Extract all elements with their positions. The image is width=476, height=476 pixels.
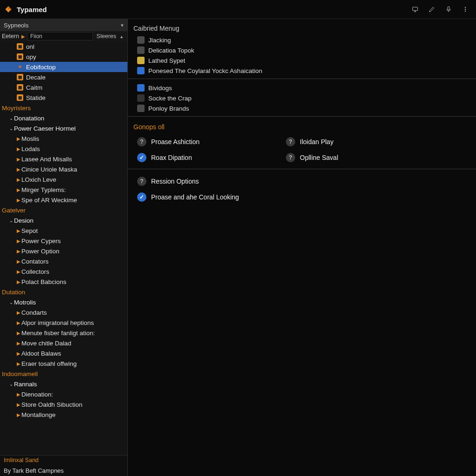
- sidebar-item[interactable]: ▶Spe of AR Weckime: [0, 195, 127, 205]
- sidebar-item[interactable]: ▶Lasee And Misalls: [0, 154, 127, 164]
- sidebar-subcategory[interactable]: ⌄Power Caeser Hormel: [0, 123, 127, 133]
- sidebar-item[interactable]: ▶Power Option: [0, 246, 127, 256]
- sidebar-item[interactable]: ▶Sepot: [0, 225, 127, 236]
- bullet-icon: [137, 84, 145, 92]
- expand-icon[interactable]: ⌄: [8, 116, 14, 121]
- sidebar-item[interactable]: ▶Eraer tosahl offwing: [0, 358, 127, 369]
- category-label: Gatelver: [2, 207, 26, 214]
- menu-item[interactable]: Lathed Sypet: [128, 55, 476, 66]
- item-icon: ▦: [17, 74, 23, 80]
- sidebar-item[interactable]: ▶Cinice Uriole Maska: [0, 164, 127, 174]
- item-label: Lodals: [21, 145, 40, 152]
- sidebar-item[interactable]: ▶LOxich Leve: [0, 174, 127, 185]
- sidebar-item[interactable]: ▶Montallonge: [0, 410, 127, 420]
- svg-rect-0: [413, 7, 418, 10]
- arrow-icon: ▶: [16, 238, 21, 244]
- sidebar-subcategory[interactable]: ⌄Rannals: [0, 379, 127, 389]
- sidebar-quick-item[interactable]: ▦Statide: [0, 93, 127, 103]
- arrow-icon: ▶: [16, 167, 21, 172]
- item-label: Statide: [26, 94, 46, 101]
- sidebar-item[interactable]: ▶Moslis: [0, 133, 127, 144]
- menu-item[interactable]: Bividogs: [128, 83, 476, 93]
- sidebar-subcategory[interactable]: ⌄Motrolis: [0, 297, 127, 307]
- arrow-icon: ▶: [16, 361, 21, 366]
- sidebar-item[interactable]: ▶Menute fisber fanligt ation:: [0, 328, 127, 338]
- content-area: Caibried Menug JlackingDelicatioa TopokL…: [128, 19, 476, 476]
- toolbar-more-icon[interactable]: [458, 2, 472, 16]
- option-item[interactable]: ?Proase Ashiction: [137, 137, 277, 146]
- expand-icon[interactable]: ⌄: [8, 300, 14, 305]
- toolbar-monitor-icon[interactable]: [408, 2, 422, 16]
- sidebar-quick-item[interactable]: ▦opy: [0, 52, 127, 62]
- sidebar-item[interactable]: ▶Collectors: [0, 266, 127, 277]
- item-label: Move chitle Dalad: [21, 340, 71, 347]
- option-label: Proase Ashiction: [151, 138, 199, 145]
- sidebar-category[interactable]: Gatelver: [0, 205, 127, 215]
- option-item[interactable]: ✓Roax Dipation: [137, 153, 277, 162]
- sidebar-subcategory[interactable]: ⌄Donatation: [0, 113, 127, 123]
- app-title: Typamed: [17, 6, 47, 13]
- radio-icon: ✓: [137, 192, 146, 202]
- sidebar-item[interactable]: ▶Dienoation:: [0, 389, 127, 399]
- sidebar-item[interactable]: ▶Aldoot Balaws: [0, 348, 127, 358]
- menu-item[interactable]: Ponloy Brands: [128, 103, 476, 113]
- sidebar-quick-item[interactable]: ▦onl: [0, 41, 127, 52]
- toolbar-edit-icon[interactable]: [425, 2, 439, 16]
- arrow-icon: ▶: [16, 157, 21, 162]
- scroll-up-icon[interactable]: ▴: [118, 34, 125, 39]
- item-label: Contators: [21, 258, 49, 265]
- sidebar-panel-header[interactable]: Sypneols ▾: [0, 19, 127, 31]
- arrow-icon: ▶: [16, 177, 21, 182]
- bullet-icon: [137, 57, 145, 64]
- sidebar-subcategory[interactable]: ⌄Desion: [0, 215, 127, 225]
- sidebar-category[interactable]: Dutation: [0, 287, 127, 297]
- sidebar-category[interactable]: Moyristers: [0, 103, 127, 113]
- sort-label[interactable]: Sleeres: [97, 33, 116, 40]
- item-label: Eobifoctop: [26, 64, 56, 71]
- toolbar-mic-icon[interactable]: [442, 2, 456, 16]
- menu-item[interactable]: Jlacking: [128, 35, 476, 45]
- sidebar-quick-item[interactable]: ▦Decale: [0, 72, 127, 82]
- sidebar-item[interactable]: ▶Store Oaldh Sibuction: [0, 399, 127, 410]
- expand-icon[interactable]: ⌄: [8, 382, 14, 387]
- item-label: Bividogs: [148, 85, 172, 92]
- option-item[interactable]: ✓Proase and ahe Coral Looking: [137, 192, 476, 202]
- arrow-icon: ▶: [16, 341, 21, 346]
- sidebar-item[interactable]: ▶Move chitle Dalad: [0, 338, 127, 348]
- category-label: Indoomamell: [2, 370, 38, 377]
- item-icon: ▦: [17, 43, 23, 50]
- sidebar-quick-item[interactable]: ▦Caitm: [0, 82, 127, 93]
- svg-rect-1: [448, 7, 450, 10]
- expand-icon[interactable]: ⌄: [8, 218, 14, 223]
- sidebar-item[interactable]: ▶Contators: [0, 256, 127, 266]
- sidebar-item[interactable]: ▶Polact Babcions: [0, 277, 127, 287]
- radio-icon: ✓: [137, 153, 146, 162]
- sidebar-item[interactable]: ▶Mirger Typlems:: [0, 185, 127, 195]
- sidebar-item[interactable]: ▶Lodals: [0, 144, 127, 154]
- option-item[interactable]: ?Oplline Saval: [286, 153, 425, 162]
- item-label: Socke the Crap: [148, 95, 192, 102]
- sidebar-item[interactable]: ▶Condarts: [0, 307, 127, 317]
- item-label: Motrolis: [14, 299, 36, 306]
- filter-value[interactable]: Fiion: [27, 32, 93, 40]
- bullet-icon: [137, 46, 145, 54]
- option-item[interactable]: ?Iloidan Play: [286, 137, 425, 146]
- item-label: Montallonge: [21, 411, 56, 418]
- sidebar-category[interactable]: Indoomamell: [0, 369, 127, 379]
- item-label: Condarts: [21, 309, 47, 316]
- menu-item[interactable]: Ponesed The Coylaral Yockc Ashaication: [128, 66, 476, 76]
- sidebar-item[interactable]: ▶Power Cypers: [0, 236, 127, 246]
- option-label: Oplline Saval: [300, 154, 338, 161]
- sidebar-quick-item[interactable]: ✦Eobifoctop: [0, 62, 127, 72]
- item-label: Lasee And Misalls: [21, 156, 72, 163]
- chevron-down-icon[interactable]: ▾: [121, 22, 124, 28]
- option-label: Roax Dipation: [151, 154, 192, 161]
- menu-item[interactable]: Delicatioa Topok: [128, 45, 476, 55]
- menu-item[interactable]: Socke the Crap: [128, 93, 476, 103]
- title-bar: Typamed: [0, 0, 476, 19]
- item-label: Store Oaldh Sibuction: [21, 401, 82, 408]
- option-item[interactable]: ?Ression Options: [137, 177, 476, 186]
- sidebar-item[interactable]: ▶Alpor imigratonal heptions: [0, 317, 127, 328]
- expand-icon[interactable]: ⌄: [8, 126, 14, 131]
- item-icon: ▦: [17, 84, 23, 91]
